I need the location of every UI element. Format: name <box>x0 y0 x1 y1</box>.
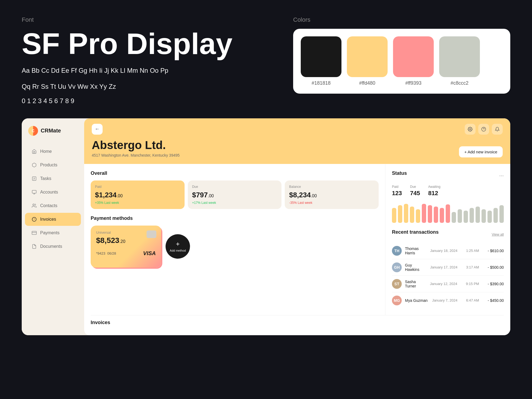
bar <box>458 209 462 223</box>
bar <box>446 204 450 223</box>
settings-button[interactable] <box>465 124 476 135</box>
svg-point-12 <box>470 128 471 130</box>
sidebar-item-invoices[interactable]: Invoices <box>25 213 81 226</box>
sidebar-label-tasks: Tasks <box>40 176 51 181</box>
color-swatch <box>393 36 434 77</box>
font-section: Font SF Pro Display Aa Bb Cc Dd Ee Ff Gg… <box>22 16 239 105</box>
payment-cards: Universal $8,523.20 *9423 06/28 VISA + <box>91 226 379 268</box>
accounts-icon <box>31 189 37 195</box>
svg-rect-10 <box>32 231 37 235</box>
font-label: Font <box>22 16 239 23</box>
sidebar-item-contacts[interactable]: Contacts <box>25 199 81 212</box>
payments-icon <box>31 230 37 236</box>
sidebar-item-home[interactable]: Home <box>25 145 81 158</box>
svg-point-7 <box>33 204 34 205</box>
tasks-icon <box>31 176 37 181</box>
font-alphabet-line2: Qq Rr Ss Tt Uu Vv Ww Xx Yy Zz <box>22 81 239 92</box>
visa-logo: VISA <box>143 250 156 256</box>
transaction-name: Guy Hawkins <box>405 263 427 272</box>
balance-change: -35% Last week <box>289 201 374 205</box>
add-method-button[interactable]: + Add method <box>166 234 190 259</box>
sidebar-item-tasks[interactable]: Tasks <box>25 172 81 185</box>
bar <box>434 207 438 223</box>
documents-icon <box>31 244 37 249</box>
color-swatch-item: #ffd480 <box>347 36 388 86</box>
notifications-button[interactable] <box>492 124 503 135</box>
transaction-amount: - $450.00 <box>488 298 504 303</box>
paid-stat-value: 123 <box>392 190 402 197</box>
transaction-name: Sasha Turner <box>405 280 427 288</box>
color-swatch-item: #c8ccc2 <box>439 36 480 86</box>
transaction-date: January 12, 2024 <box>430 282 457 286</box>
back-button[interactable]: ← <box>92 124 103 135</box>
sidebar-item-accounts[interactable]: Accounts <box>25 186 81 199</box>
status-stats: Paid 123 Due 745 Awaiting 812 <box>392 185 504 197</box>
avatar: ST <box>392 279 402 289</box>
header-info: Abstergo Ltd. 4517 Washington Ave. Manch… <box>92 140 503 157</box>
add-plus-icon: + <box>176 241 180 247</box>
status-more-button[interactable]: ··· <box>499 172 504 179</box>
transaction-row: MG Mya Guzman January 7, 2024 6:47 AM - … <box>392 292 504 309</box>
color-swatch <box>347 36 388 77</box>
paid-card: Paid $1,234.00 +35% Last week <box>91 180 185 209</box>
color-swatch <box>301 36 341 77</box>
add-invoice-button[interactable]: + Add new invoice <box>459 146 503 157</box>
color-swatches: #181818 #ffd480 #ff9393 #c8ccc2 <box>293 29 510 94</box>
font-numbers: 0 1 2 3 4 5 6 7 8 9 <box>22 97 239 105</box>
bar <box>452 212 456 223</box>
balance-label: Balance <box>289 185 374 189</box>
bar <box>428 205 432 223</box>
colors-section: Colors #181818 #ffd480 #ff9393 #c8ccc2 <box>293 16 510 105</box>
transaction-time: 6:47 AM <box>466 298 479 302</box>
sidebar-label-invoices: Invoices <box>40 217 56 222</box>
transaction-name: Mya Guzman <box>405 298 429 303</box>
transaction-amount: - $390.00 <box>488 282 504 286</box>
transaction-date: January 17, 2024 <box>430 265 457 269</box>
bar <box>398 205 402 223</box>
font-alphabet-line1: Aa Bb Cc Dd Ee Ff Gg Hh Ii Jj Kk Ll Mm N… <box>22 65 239 76</box>
color-swatch-item: #181818 <box>301 36 341 86</box>
transaction-time: 3:17 AM <box>466 265 479 269</box>
status-title: Status <box>392 170 407 176</box>
due-value: $797.00 <box>192 191 277 199</box>
sidebar-label-documents: Documents <box>40 244 62 249</box>
sidebar-item-payments[interactable]: Payments <box>25 226 81 239</box>
bar <box>482 209 486 223</box>
transaction-name: Thomas Harris <box>405 246 427 255</box>
due-stat-label: Due <box>410 185 420 189</box>
invoices-title: Invoices <box>91 320 504 325</box>
color-hex: #c8ccc2 <box>451 80 468 86</box>
view-all-link[interactable]: View all <box>492 232 504 236</box>
due-label: Due <box>192 185 277 189</box>
transaction-row: ST Sasha Turner January 12, 2024 9:15 PM… <box>392 276 504 292</box>
awaiting-stat-label: Awaiting <box>428 185 440 189</box>
header-actions <box>465 124 503 135</box>
bar <box>464 211 468 223</box>
status-header: Status ··· <box>392 170 504 180</box>
paid-change: +35% Last week <box>95 201 180 205</box>
sidebar-label-home: Home <box>40 149 52 154</box>
overall-cards: Paid $1,234.00 +35% Last week Due $797.0… <box>91 180 379 209</box>
company-info: Abstergo Ltd. 4517 Washington Ave. Manch… <box>92 140 180 157</box>
paid-stat: Paid 123 <box>392 185 402 197</box>
logo-text: CRMate <box>41 128 61 134</box>
sidebar-item-documents[interactable]: Documents <box>25 240 81 253</box>
payment-methods-title: Payment methods <box>91 216 379 221</box>
paid-stat-label: Paid <box>392 185 402 189</box>
due-change: +17% Last week <box>192 201 277 205</box>
transaction-amount: - $500.00 <box>488 265 504 270</box>
invoices-section: Invoices <box>84 315 510 335</box>
transactions-title: Recent transactions <box>392 229 439 235</box>
sidebar-label-payments: Payments <box>40 230 59 235</box>
bar <box>440 208 444 223</box>
help-button[interactable] <box>478 124 489 135</box>
back-arrow-icon: ← <box>95 126 100 132</box>
sidebar-item-products[interactable]: Products <box>25 159 81 172</box>
bar <box>476 207 480 223</box>
overall-title: Overall <box>91 170 379 176</box>
add-invoice-label: + Add new invoice <box>464 150 497 154</box>
due-stat-value: 745 <box>410 190 420 197</box>
sidebar-label-contacts: Contacts <box>40 203 57 208</box>
card-number: *9423 06/28 <box>96 251 116 255</box>
bar <box>416 209 420 223</box>
